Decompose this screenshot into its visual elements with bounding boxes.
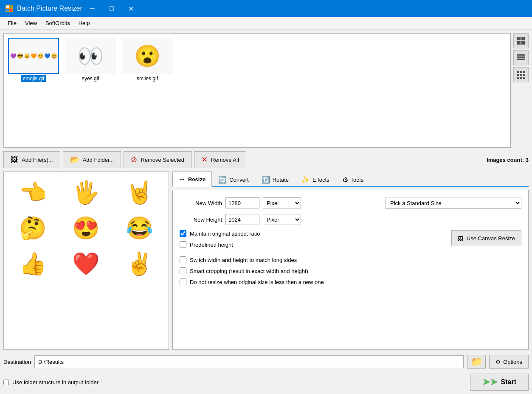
file-name: eyes.gif bbox=[80, 75, 101, 82]
switch-wh-label: Switch width and height to match long si… bbox=[190, 257, 297, 263]
width-row: New Width Pixel Percent cm mm inch Pick … bbox=[180, 197, 521, 209]
options-icon: ⚙ bbox=[495, 359, 501, 365]
destination-label: Destination bbox=[3, 359, 31, 365]
grid-view-button[interactable] bbox=[513, 67, 529, 82]
svg-rect-10 bbox=[517, 56, 525, 58]
menu-help[interactable]: Help bbox=[74, 18, 94, 28]
folder-structure-label: Use folder structure in output folder bbox=[12, 379, 99, 386]
emoji-thumbs-up[interactable]: 👍 bbox=[7, 247, 59, 281]
images-count: Images count: 3 bbox=[487, 157, 529, 163]
close-button[interactable]: ✕ bbox=[121, 0, 141, 17]
effects-tab-icon: ✨ bbox=[301, 176, 310, 184]
canvas-resize-icon: 🖼 bbox=[458, 235, 463, 242]
file-name: emojis.gif bbox=[21, 75, 46, 82]
add-files-button[interactable]: 🖼 Add File(s)... bbox=[3, 151, 60, 168]
tab-tools[interactable]: ⚙ Tools bbox=[336, 172, 370, 187]
large-icon-view-button[interactable] bbox=[513, 33, 529, 48]
gallery-item[interactable]: 😀💜😎 😺🧡😊 💙😄💚 emojis.gif bbox=[7, 37, 60, 83]
svg-rect-3 bbox=[6, 9, 9, 11]
convert-tab-icon: 🔄 bbox=[218, 176, 227, 184]
svg-rect-15 bbox=[523, 71, 525, 73]
emoji-peace[interactable]: ✌️ bbox=[114, 247, 165, 281]
maximize-button[interactable]: □ bbox=[102, 0, 121, 17]
svg-rect-9 bbox=[517, 54, 525, 56]
remove-selected-icon: ⊘ bbox=[131, 155, 137, 164]
predefined-height-checkbox[interactable] bbox=[180, 241, 186, 248]
emoji-laughing-cry[interactable]: 😂 bbox=[114, 211, 165, 245]
no-resize-row: Do not resize when original size is less… bbox=[180, 279, 521, 285]
height-unit-select[interactable]: Pixel Percent cm mm inch bbox=[263, 214, 301, 225]
tab-effects[interactable]: ✨ Effects bbox=[295, 172, 336, 187]
svg-rect-8 bbox=[521, 41, 525, 45]
file-name: smiles.gif bbox=[135, 75, 160, 82]
emoji-hand[interactable]: 🖐 bbox=[60, 175, 112, 209]
emoji-heart-eyes[interactable]: 😍 bbox=[60, 211, 112, 245]
gallery-container: 😀💜😎 😺🧡😊 💙😄💚 emojis.gif 👀 eyes.gif 😮 smil… bbox=[3, 33, 529, 148]
toolbar: 🖼 Add File(s)... 📂 Add Folder... ⊘ Remov… bbox=[3, 150, 529, 169]
view-buttons bbox=[513, 33, 529, 148]
gallery-item[interactable]: 😮 smiles.gif bbox=[121, 37, 174, 83]
minimize-button[interactable]: ─ bbox=[82, 0, 102, 17]
emoji-pointing-right[interactable]: 👈 bbox=[7, 175, 59, 209]
new-height-label: New Height bbox=[180, 217, 222, 223]
smart-crop-checkbox[interactable] bbox=[180, 267, 186, 274]
switch-wh-checkbox[interactable] bbox=[180, 256, 186, 263]
svg-rect-14 bbox=[520, 71, 522, 73]
browse-icon: 📁 bbox=[471, 356, 482, 367]
add-folder-button[interactable]: 📂 Add Folder... bbox=[63, 151, 121, 168]
emoji-rock[interactable]: 🤘 bbox=[114, 175, 165, 209]
emoji-panel: 👈 🖐 🤘 🤔 😍 😂 👍 ❤️ ✌️ bbox=[3, 172, 169, 350]
svg-rect-7 bbox=[517, 41, 521, 45]
rotate-tab-icon: 🔃 bbox=[262, 176, 270, 184]
options-button[interactable]: ⚙ Options bbox=[489, 355, 529, 369]
width-unit-select[interactable]: Pixel Percent cm mm inch bbox=[263, 197, 301, 208]
start-button[interactable]: ➤➤ Start bbox=[470, 374, 529, 391]
svg-rect-2 bbox=[10, 6, 12, 8]
menu-file[interactable]: File bbox=[3, 18, 21, 28]
emoji-heart[interactable]: ❤️ bbox=[60, 247, 112, 281]
svg-rect-6 bbox=[521, 37, 525, 40]
maintain-aspect-label: Maintain original aspect ratio bbox=[190, 231, 260, 237]
menu-softorbits[interactable]: SoftOrbits bbox=[41, 18, 74, 28]
emoji-thinking[interactable]: 🤔 bbox=[7, 211, 59, 245]
svg-rect-19 bbox=[517, 77, 519, 79]
height-input[interactable] bbox=[225, 214, 259, 225]
thumbnail: 👀 bbox=[65, 38, 116, 74]
image-gallery: 😀💜😎 😺🧡😊 💙😄💚 emojis.gif 👀 eyes.gif 😮 smil… bbox=[3, 33, 511, 148]
folder-structure-checkbox[interactable] bbox=[3, 380, 9, 385]
right-panel: ↔ Resize 🔄 Convert 🔃 Rotate ✨ Effects ⚙ bbox=[172, 172, 529, 350]
destination-input[interactable] bbox=[34, 355, 464, 368]
bottom-section: 👈 🖐 🤘 🤔 😍 😂 👍 ❤️ ✌️ ↔ Resize 🔄 Convert bbox=[3, 172, 529, 350]
svg-rect-18 bbox=[523, 74, 525, 76]
menu-view[interactable]: View bbox=[21, 18, 41, 28]
standard-size-select[interactable]: Pick a Standard Size bbox=[386, 197, 521, 209]
svg-rect-16 bbox=[517, 74, 519, 76]
canvas-resize-button[interactable]: 🖼 Use Canvas Resize bbox=[451, 230, 521, 246]
browse-destination-button[interactable]: 📁 bbox=[467, 355, 486, 369]
smart-crop-row: Smart cropping (result in exact width an… bbox=[180, 267, 521, 274]
list-view-button[interactable] bbox=[513, 50, 529, 65]
titlebar: Batch Picture Resizer ─ □ ✕ bbox=[0, 0, 532, 17]
maintain-aspect-checkbox[interactable] bbox=[180, 230, 186, 237]
add-folder-icon: 📂 bbox=[70, 155, 79, 164]
menubar: File View SoftOrbits Help bbox=[0, 17, 532, 30]
folder-structure-row: Use folder structure in output folder bbox=[3, 379, 99, 386]
bottom-bar: Use folder structure in output folder ➤➤… bbox=[3, 374, 529, 391]
tools-tab-icon: ⚙ bbox=[342, 176, 348, 184]
gallery-item[interactable]: 👀 eyes.gif bbox=[64, 37, 117, 83]
tabs: ↔ Resize 🔄 Convert 🔃 Rotate ✨ Effects ⚙ bbox=[172, 172, 529, 187]
svg-rect-20 bbox=[520, 77, 522, 79]
remove-all-button[interactable]: ✕ Remove All bbox=[194, 151, 246, 168]
width-input[interactable] bbox=[225, 197, 259, 208]
switch-wh-row: Switch width and height to match long si… bbox=[180, 256, 521, 263]
resize-tab-icon: ↔ bbox=[179, 175, 186, 183]
tab-resize[interactable]: ↔ Resize bbox=[172, 172, 212, 187]
predefined-height-row: Predefined height bbox=[180, 241, 260, 248]
tab-rotate[interactable]: 🔃 Rotate bbox=[255, 172, 295, 187]
remove-selected-button[interactable]: ⊘ Remove Selected bbox=[124, 151, 191, 168]
tab-convert[interactable]: 🔄 Convert bbox=[212, 172, 255, 187]
no-resize-checkbox[interactable] bbox=[180, 279, 186, 285]
destination-bar: Destination 📁 ⚙ Options bbox=[3, 352, 529, 371]
window-controls: ─ □ ✕ bbox=[82, 0, 141, 17]
smart-crop-label: Smart cropping (result in exact width an… bbox=[190, 268, 308, 274]
